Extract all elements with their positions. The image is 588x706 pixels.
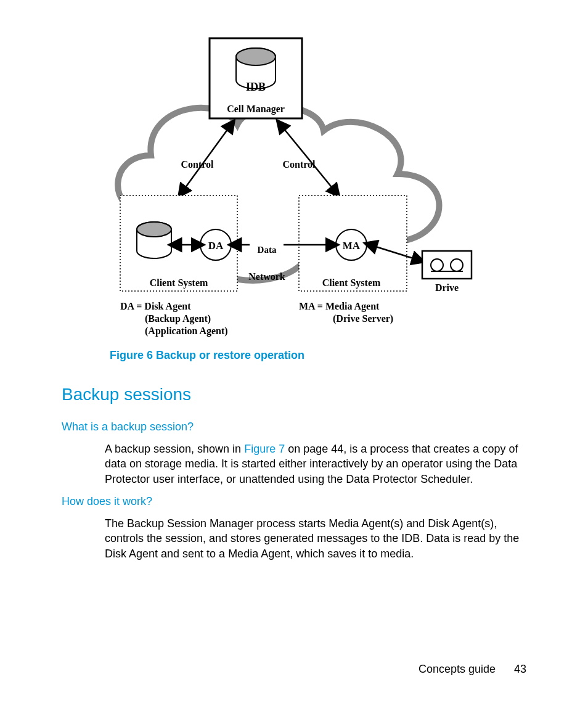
footer-text: Concepts guide bbox=[419, 663, 496, 676]
subheading-what-is: What is a backup session? bbox=[62, 421, 194, 433]
diagram-da-label: DA bbox=[208, 240, 224, 252]
subheading-how-does-it-work: How does it work? bbox=[62, 495, 152, 508]
paragraph-how-it-works: The Backup Session Manager process start… bbox=[105, 516, 530, 561]
diagram-data-label: Data bbox=[258, 245, 277, 255]
diagram-client-left-label: Client System bbox=[150, 277, 208, 289]
page: IDB Cell Manager Control Control bbox=[0, 0, 588, 706]
page-number: 43 bbox=[514, 663, 526, 676]
figure-7-link[interactable]: Figure 7 bbox=[244, 443, 285, 455]
diagram-legend-da-3: (Application Agent) bbox=[145, 326, 228, 337]
diagram-control-left-label: Control bbox=[181, 159, 214, 170]
diagram-client-right-label: Client System bbox=[322, 277, 381, 289]
diagram-idb-label: IDB bbox=[246, 81, 266, 93]
para1-text-a: A backup session, shown in bbox=[105, 443, 244, 455]
diagram-cell-manager-label: Cell Manager bbox=[227, 104, 285, 115]
svg-point-2 bbox=[236, 48, 276, 65]
svg-rect-15 bbox=[422, 251, 472, 279]
svg-point-17 bbox=[451, 259, 463, 271]
diagram-legend-ma-1: MA = Media Agent bbox=[299, 301, 380, 312]
section-title: Backup sessions bbox=[62, 385, 191, 404]
diagram-backup-restore: IDB Cell Manager Control Control bbox=[108, 32, 484, 340]
paragraph-backup-session: A backup session, shown in Figure 7 on p… bbox=[105, 441, 524, 486]
svg-point-7 bbox=[137, 222, 171, 237]
diagram-control-right-label: Control bbox=[282, 159, 316, 170]
diagram-legend-da-1: DA = Disk Agent bbox=[120, 301, 191, 312]
diagram-ma-label: MA bbox=[343, 240, 361, 252]
diagram-network-label: Network bbox=[248, 271, 285, 282]
diagram-legend-ma-2: (Drive Server) bbox=[333, 313, 393, 324]
diagram-drive-label: Drive bbox=[435, 282, 459, 293]
svg-point-16 bbox=[431, 259, 443, 271]
diagram-legend-da-2: (Backup Agent) bbox=[145, 313, 211, 324]
figure-caption: Figure 6 Backup or restore operation bbox=[110, 349, 304, 362]
